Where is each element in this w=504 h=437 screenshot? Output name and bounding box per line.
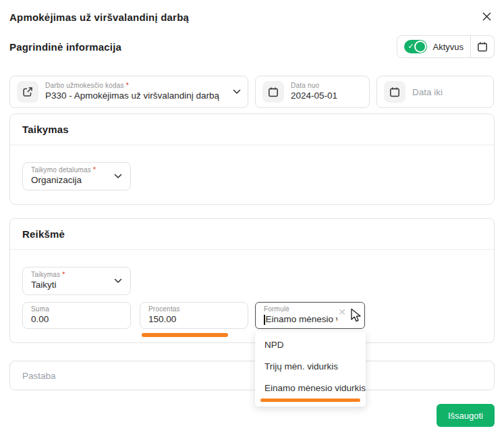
footer: Išsaugoti xyxy=(9,404,495,427)
toggle-thumb xyxy=(414,41,426,53)
close-icon xyxy=(482,11,492,22)
chevron-down-icon xyxy=(229,89,241,95)
procentas-field[interactable]: Procentas 150.00 xyxy=(140,302,248,329)
date-from-field[interactable]: Data nuo 2024-05-01 xyxy=(255,76,370,108)
taikymo-detalumas-label: Taikymo detalumas * xyxy=(31,166,96,175)
chevron-down-icon xyxy=(110,278,122,284)
taikymo-detalumas-select[interactable]: Taikymo detalumas * Organizacija xyxy=(22,162,131,190)
modal-title: Apmokėjimas už viršvalandinį darbą xyxy=(9,8,189,23)
salary-code-select[interactable]: Darbo užmokesčio kodas * P330 - Apmokėji… xyxy=(9,76,248,108)
calendar-icon[interactable] xyxy=(262,81,284,103)
close-button[interactable] xyxy=(478,8,495,24)
salary-code-content: Darbo užmokesčio kodas * P330 - Apmokėji… xyxy=(45,82,219,101)
clear-icon[interactable]: ✕ xyxy=(338,307,346,317)
subheader-title: Pagrindinė informacija xyxy=(9,41,121,53)
dropdown-option-einamo-menesio-vidurkis[interactable]: Einamo mėnesio vidurkis xyxy=(255,377,366,399)
active-controls: ✓ Aktyvus xyxy=(397,35,495,58)
taikymas-select-value: Taikyti xyxy=(31,280,65,291)
save-button[interactable]: Išsaugoti xyxy=(437,404,495,427)
overtime-pay-modal: Apmokėjimas už viršvalandinį darbą Pagri… xyxy=(0,0,504,437)
active-toggle[interactable]: ✓ Aktyvus xyxy=(397,36,470,57)
main-fields-row: Darbo užmokesčio kodas * P330 - Apmokėji… xyxy=(9,76,495,108)
procentas-value: 150.00 xyxy=(148,314,240,326)
date-from-label: Data nuo xyxy=(291,82,337,91)
check-icon: ✓ xyxy=(408,43,414,50)
date-to-field[interactable]: Data iki xyxy=(376,76,494,108)
section-taikymas-title: Taikymas xyxy=(10,114,494,145)
dropdown-option-npd[interactable]: NPD xyxy=(255,334,366,355)
section-reiksme-body: Taikymas * Taikyti Suma 0.00 Procentas 1… xyxy=(10,250,494,342)
taikymo-detalumas-value: Organizacija xyxy=(31,175,96,186)
subheader: Pagrindinė informacija ✓ Aktyvus xyxy=(9,35,495,58)
formule-label: Formulė xyxy=(264,305,337,314)
taikymas-select[interactable]: Taikymas * Taikyti xyxy=(22,267,131,295)
taikymo-detalumas-content: Taikymo detalumas * Organizacija xyxy=(31,166,96,186)
formule-value: Einamo mėnesio vidu xyxy=(264,314,337,326)
toggle-switch-on[interactable]: ✓ xyxy=(404,40,427,53)
section-taikymas-body: Taikymo detalumas * Organizacija xyxy=(10,145,494,204)
section-reiksme: Reikšmė Taikymas * Taikyti Suma 0.00 Pro… xyxy=(9,218,495,343)
highlight-underline xyxy=(142,333,228,337)
modal-header: Apmokėjimas už viršvalandinį darbą xyxy=(9,8,495,24)
formule-field-focused[interactable]: Formulė Einamo mėnesio vidu ✕ xyxy=(255,302,365,329)
pastaba-field[interactable] xyxy=(9,361,495,390)
calendar-icon xyxy=(477,41,488,52)
date-from-content: Data nuo 2024-05-01 xyxy=(291,82,337,101)
taikymas-select-label: Taikymas * xyxy=(31,271,65,280)
pastaba-input[interactable] xyxy=(22,371,482,381)
active-toggle-label: Aktyvus xyxy=(432,42,464,52)
suma-field[interactable]: Suma 0.00 xyxy=(22,302,131,329)
mouse-cursor-icon xyxy=(349,308,362,324)
dropdown-option-triju-men-vidurkis[interactable]: Trijų mėn. vidurkis xyxy=(255,355,366,377)
date-to-placeholder: Data iki xyxy=(412,87,443,97)
external-link-icon[interactable] xyxy=(17,81,38,103)
chevron-down-icon xyxy=(110,174,122,179)
calendar-icon[interactable] xyxy=(384,81,405,103)
suma-label: Suma xyxy=(31,305,122,314)
salary-code-value: P330 - Apmokėjimas už viršvalandinį darb… xyxy=(45,91,219,102)
text-caret xyxy=(264,315,265,325)
section-taikymas: Taikymas Taikymo detalumas * Organizacij… xyxy=(9,113,495,205)
suma-value: 0.00 xyxy=(31,314,122,326)
formule-dropdown: NPD Trijų mėn. vidurkis Einamo mėnesio v… xyxy=(255,332,366,407)
taikymas-select-content: Taikymas * Taikyti xyxy=(31,271,65,290)
values-row: Suma 0.00 Procentas 150.00 Formulė Einam… xyxy=(22,302,482,329)
section-reiksme-title: Reikšmė xyxy=(10,219,494,250)
history-calendar-button[interactable] xyxy=(471,36,494,57)
date-from-value: 2024-05-01 xyxy=(291,91,337,102)
procentas-label: Procentas xyxy=(148,305,240,314)
salary-code-label: Darbo užmokesčio kodas * xyxy=(45,82,219,91)
highlight-underline xyxy=(260,399,360,402)
